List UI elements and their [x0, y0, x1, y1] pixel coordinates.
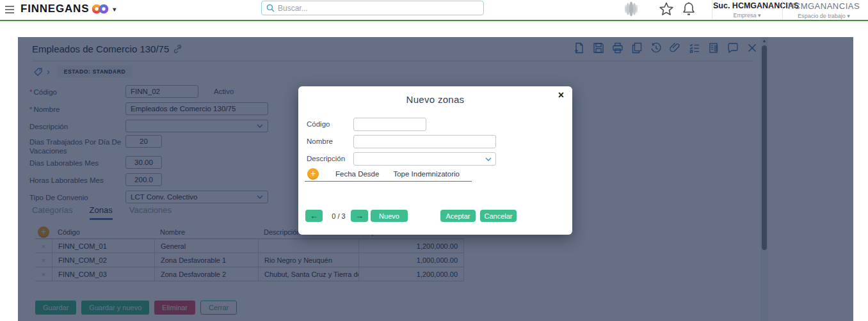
dialog-codigo-field[interactable]	[353, 118, 426, 131]
dialog-nombre-field[interactable]	[353, 135, 496, 148]
brand-logo[interactable]: FINNEGANS ▾	[20, 3, 117, 15]
brand-text: FINNEGANS	[20, 3, 89, 15]
company-name: Suc. HCMGANANCIAS	[713, 1, 781, 10]
company-caret-icon: ▾	[758, 12, 761, 19]
workspace-caret-icon: ▾	[847, 13, 850, 19]
chevron-down-icon	[485, 157, 492, 161]
workspace-selector[interactable]: HCMGANANCIAS Espacio de trabajo ▾	[784, 1, 864, 19]
dialog-title: Nuevo zonas	[298, 94, 572, 105]
star-icon[interactable]	[659, 1, 674, 19]
app-header: FINNEGANS ▾	[0, 0, 868, 20]
workspace-name: HCMGANANCIAS	[784, 1, 864, 11]
workspace-label: Espacio de trabajo	[798, 13, 846, 19]
dialog-footer: ← 0 / 3 → Nuevo Aceptar Cancelar	[305, 210, 565, 223]
add-fecha-button[interactable]: +	[307, 168, 319, 180]
globe-icon[interactable]	[623, 1, 639, 20]
brand-caret-icon[interactable]: ▾	[113, 6, 117, 13]
subcol-fecha-desde: Fecha Desde	[335, 170, 379, 178]
bell-icon[interactable]	[682, 1, 696, 19]
dialog-cancel-button[interactable]: Cancelar	[480, 210, 517, 222]
nuevo-zonas-dialog: Nuevo zonas × Código Nombre Descripción …	[298, 86, 572, 235]
dialog-new-button[interactable]: Nuevo	[371, 210, 408, 222]
header-divider	[782, 0, 783, 19]
dialog-subtable-header: + Fecha Desde Tope Indemnizatorio	[307, 168, 460, 180]
dialog-close-icon[interactable]: ×	[558, 90, 564, 100]
dialog-accept-button[interactable]: Aceptar	[440, 210, 476, 222]
dialog-descripcion-select[interactable]	[353, 152, 496, 166]
subcol-tope: Tope Indemnizatorio	[393, 170, 460, 178]
search-input[interactable]	[278, 4, 483, 13]
header-divider	[712, 0, 712, 19]
dialog-descripcion-label: Descripción	[307, 152, 353, 166]
dialog-nombre-label: Nombre	[307, 135, 353, 148]
prev-record-button[interactable]: ←	[305, 210, 323, 222]
record-pager: 0 / 3	[326, 212, 351, 220]
search-icon	[266, 4, 275, 12]
dialog-codigo-label: Código	[307, 118, 353, 131]
company-label: Empresa	[733, 12, 756, 19]
global-search[interactable]	[261, 1, 484, 15]
infinity-logo-icon	[92, 4, 109, 14]
next-record-button[interactable]: →	[351, 210, 368, 222]
subtable-divider	[305, 181, 472, 182]
company-selector[interactable]: Suc. HCMGANANCIAS Empresa ▾	[713, 1, 781, 19]
hamburger-menu-icon[interactable]	[5, 6, 14, 13]
